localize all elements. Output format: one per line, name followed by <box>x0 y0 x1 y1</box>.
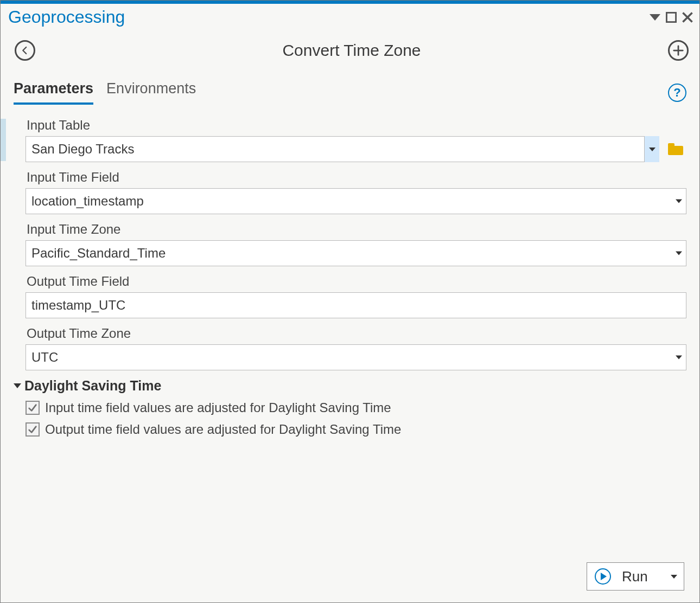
browse-button[interactable] <box>665 136 686 162</box>
section-daylight-saving[interactable]: Daylight Saving Time <box>14 378 686 394</box>
tabs-row: Parameters Environments ? <box>1 65 699 105</box>
folder-icon <box>668 143 683 155</box>
input-time-zone-field[interactable] <box>26 240 686 266</box>
tool-title: Convert Time Zone <box>282 41 421 60</box>
input-time-field-combo[interactable] <box>26 188 686 214</box>
titlebar: Geoprocessing <box>1 4 699 30</box>
svg-marker-0 <box>650 14 660 21</box>
tool-header: Convert Time Zone <box>1 30 699 65</box>
parameters-content: Input Table Input Time Field Input Time … <box>1 105 699 554</box>
param-output-time-field: Output Time Field <box>26 274 686 318</box>
output-time-zone-combo[interactable] <box>26 344 686 370</box>
output-time-field-wrap[interactable] <box>26 292 686 318</box>
play-icon <box>595 568 611 585</box>
tabs: Parameters Environments <box>14 80 196 105</box>
label-input-time-field: Input Time Field <box>27 170 686 185</box>
menu-dropdown-icon[interactable] <box>650 12 660 23</box>
label-input-table: Input Table <box>27 118 686 133</box>
input-table-combo[interactable] <box>26 136 659 162</box>
maximize-icon[interactable] <box>666 12 677 23</box>
tab-parameters[interactable]: Parameters <box>14 80 93 105</box>
chevron-down-icon <box>14 383 21 388</box>
run-button[interactable]: Run <box>587 562 684 591</box>
svg-rect-1 <box>666 12 676 22</box>
checkbox-input-dst[interactable] <box>26 401 40 415</box>
chevron-down-icon[interactable] <box>644 136 659 162</box>
label-input-time-zone: Input Time Zone <box>27 222 686 237</box>
label-input-dst: Input time field values are adjusted for… <box>45 400 391 415</box>
label-output-time-field: Output Time Field <box>27 274 686 289</box>
checkbox-input-dst-row: Input time field values are adjusted for… <box>26 400 686 415</box>
footer: Run <box>1 554 699 602</box>
input-time-zone-combo[interactable] <box>26 240 686 266</box>
label-output-dst: Output time field values are adjusted fo… <box>45 422 401 437</box>
label-output-time-zone: Output Time Zone <box>27 326 686 341</box>
tab-environments[interactable]: Environments <box>106 80 196 105</box>
add-button[interactable] <box>668 40 689 61</box>
help-icon[interactable]: ? <box>668 84 686 102</box>
checkbox-output-dst-row: Output time field values are adjusted fo… <box>26 422 686 437</box>
panel-title: Geoprocessing <box>8 7 125 27</box>
chevron-down-icon[interactable] <box>676 252 682 255</box>
chevron-down-icon[interactable] <box>671 575 677 579</box>
output-time-zone-field[interactable] <box>26 344 686 370</box>
input-time-field[interactable] <box>26 188 686 214</box>
chevron-down-icon[interactable] <box>676 200 682 203</box>
param-input-table: Input Table <box>26 118 686 162</box>
geoprocessing-panel: Geoprocessing Convert Time Zone Paramete… <box>0 0 700 603</box>
checkbox-output-dst[interactable] <box>26 422 40 437</box>
param-output-time-zone: Output Time Zone <box>26 326 686 370</box>
param-input-time-zone: Input Time Zone <box>26 222 686 266</box>
section-title: Daylight Saving Time <box>24 378 161 394</box>
window-controls <box>650 12 693 23</box>
close-icon[interactable] <box>682 12 693 23</box>
param-input-time-field: Input Time Field <box>26 170 686 214</box>
input-table-field[interactable] <box>26 136 659 162</box>
back-button[interactable] <box>15 40 35 61</box>
chevron-down-icon[interactable] <box>676 356 682 360</box>
output-time-field[interactable] <box>26 292 686 318</box>
run-label: Run <box>622 568 660 585</box>
input-table-indicator <box>1 119 6 161</box>
